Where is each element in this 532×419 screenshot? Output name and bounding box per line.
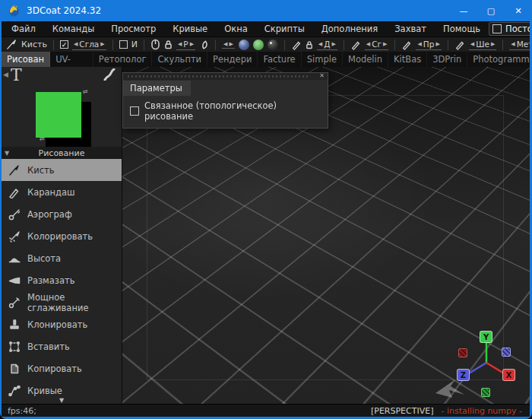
tab-photogrammetry[interactable]: Photogramm [467, 52, 530, 67]
persistent-toggle[interactable]: Постоянно [489, 22, 530, 36]
smooth-scrubber[interactable]: ◀ Сг ▶ [365, 40, 389, 50]
maximize-button[interactable]: ▢ [477, 0, 505, 21]
tab-paint[interactable]: Рисован [2, 52, 50, 67]
gizmo-axis-neg-y[interactable] [481, 388, 490, 397]
stroke-mode-scrubber[interactable]: ◀ ▶ [222, 41, 235, 49]
topological-paint-label: Связанное (топологическое) рисование [144, 100, 321, 122]
tab-3dprint[interactable]: 3DPrin [427, 52, 467, 67]
drag-dots [128, 75, 309, 78]
swap-colors-icon[interactable]: ⇄ [83, 88, 88, 95]
radius-scrubber[interactable]: ◀ P ▶ [176, 40, 195, 50]
tab-sculpt[interactable]: Скульпти [152, 52, 207, 67]
tool-label: Размазать [27, 275, 74, 286]
scrub-left-icon[interactable]: ◀ [511, 41, 515, 47]
scrub-right-icon[interactable]: ▶ [100, 41, 104, 47]
menu-addons[interactable]: Дополнения [313, 21, 386, 37]
parameters-tab[interactable]: Параметры [123, 81, 191, 96]
roughness-scrubber[interactable]: ◀ Ше ▶ [469, 40, 496, 50]
gizmo-axis-neg-z[interactable] [502, 348, 511, 357]
tab-retopo[interactable]: Ретополог [93, 52, 153, 67]
tool-brush[interactable]: Кисть [2, 159, 122, 181]
opacity-label: Пр [423, 40, 435, 49]
panel-drag-handle[interactable]: ✕ [123, 73, 328, 80]
app-window: 3DCoat 2024.32 — ▢ ✕ Файл Команды Просмо… [0, 0, 532, 419]
sidebar-collapse-icon[interactable]: ◀ [3, 71, 8, 78]
invert-checkbox[interactable] [119, 40, 128, 49]
menu-help[interactable]: Помощь [435, 21, 489, 37]
scrub-left-icon[interactable]: ◀ [74, 41, 78, 47]
topological-paint-option[interactable]: Связанное (топологическое) рисование [123, 96, 328, 128]
active-tool-label[interactable]: Кисть [21, 40, 47, 49]
menu-capture[interactable]: Захват [386, 21, 435, 37]
mouse-icon[interactable] [150, 39, 160, 50]
tool-paste[interactable]: Вставить [2, 335, 122, 357]
scrub-left-icon[interactable]: ◀ [318, 41, 322, 47]
tool-colorize[interactable]: Колорировать [2, 225, 122, 247]
menu-curves[interactable]: Кривые [164, 21, 216, 37]
depth-label: Д [324, 40, 330, 49]
tab-simple[interactable]: Simple [302, 52, 343, 67]
menu-commands[interactable]: Команды [44, 21, 103, 37]
scrub-right-icon[interactable]: ▶ [229, 41, 233, 47]
minimize-button[interactable]: — [450, 0, 477, 21]
scrub-left-icon[interactable]: ◀ [178, 41, 182, 47]
scrub-left-icon[interactable]: ◀ [366, 41, 370, 47]
toolbar-separator [215, 40, 216, 50]
scrub-left-icon[interactable]: ◀ [223, 41, 227, 47]
scrub-left-icon[interactable]: ◀ [417, 41, 421, 47]
tab-uv[interactable]: UV-развёр [50, 52, 93, 67]
toolbar-separator [53, 40, 54, 50]
gizmo-axis-y[interactable]: Y [480, 331, 492, 343]
topological-paint-checkbox[interactable] [130, 106, 139, 116]
tab-facture[interactable]: Facture [258, 52, 301, 67]
smoothing-checkbox[interactable]: ✓ [60, 40, 68, 49]
tool-pencil[interactable]: Карандаш [2, 181, 122, 203]
menu-scripts[interactable]: Скрипты [256, 21, 313, 37]
environment-sphere-icon[interactable] [239, 40, 249, 50]
tool-power-smoothing[interactable]: Мощное сглаживание [2, 291, 122, 313]
scrub-right-icon[interactable]: ▶ [331, 41, 335, 47]
tool-list-scroll-down-icon[interactable]: ▼ [2, 397, 122, 404]
brush-stroke-icon[interactable] [103, 68, 116, 84]
scrub-right-icon[interactable]: ▶ [435, 41, 439, 47]
gizmo-axis-neg-x[interactable] [458, 348, 467, 357]
menu-file[interactable]: Файл [3, 21, 44, 37]
menu-view[interactable]: Просмотр [103, 21, 164, 37]
tool-smudge[interactable]: Размазать [2, 269, 122, 291]
tab-render[interactable]: Рендери [207, 52, 258, 67]
foreground-color-swatch[interactable] [36, 92, 81, 138]
tool-height[interactable]: Высота [2, 247, 122, 269]
pen-pressure-icon[interactable] [199, 40, 209, 50]
depth-scrubber[interactable]: ◀ Д ▶ [317, 40, 337, 50]
material-sphere-icon[interactable] [253, 40, 264, 50]
tool-copy[interactable]: Копировать [2, 357, 122, 379]
gizmo-axis-z[interactable]: Z [457, 369, 470, 381]
colorize-icon [8, 230, 21, 243]
smoothing-label: Сгла [79, 40, 99, 49]
lock-icon[interactable] [164, 40, 173, 49]
scrub-left-icon[interactable]: ◀ [470, 41, 474, 47]
pencil-icon [454, 40, 465, 50]
persistent-checkbox[interactable] [492, 24, 502, 33]
tab-kitbash[interactable]: KitBas [388, 52, 427, 67]
smoothing-scrubber[interactable]: ◀ Сгла ▶ [72, 40, 106, 50]
shader-sphere-icon[interactable] [268, 40, 278, 50]
metalness-scrubber[interactable]: ◀ Мет ▶ [509, 40, 530, 50]
swap-colors-icon[interactable]: ⇄ [40, 135, 45, 142]
panel-close-icon[interactable]: ✕ [319, 72, 325, 79]
roughness-label: Ше [476, 40, 489, 49]
tool-clone[interactable]: Клонировать [2, 313, 122, 335]
toolbar-separator [112, 40, 113, 50]
lock-icon[interactable] [306, 40, 313, 49]
scrub-right-icon[interactable]: ▶ [491, 41, 495, 47]
scrub-right-icon[interactable]: ▶ [383, 41, 387, 47]
tool-section-header[interactable]: ▼ Рисование [2, 147, 122, 159]
tab-modeling[interactable]: Modelin [343, 52, 388, 67]
menu-windows[interactable]: Окна [216, 21, 256, 37]
opacity-scrubber[interactable]: ◀ Пр ▶ [416, 40, 441, 50]
gizmo-axis-x[interactable]: X [502, 369, 515, 381]
scrub-right-icon[interactable]: ▶ [190, 41, 194, 47]
tool-airbrush[interactable]: Аэрограф [2, 203, 122, 225]
text-tool-letter[interactable]: T [11, 65, 22, 84]
close-button[interactable]: ✕ [505, 0, 532, 21]
